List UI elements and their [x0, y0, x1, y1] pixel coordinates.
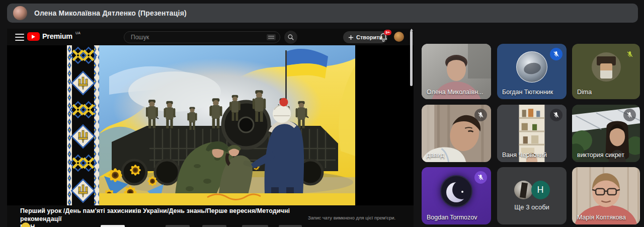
participant-tile-more-people[interactable]: Н Ще 3 особи	[497, 167, 567, 224]
scrollbar-thumb[interactable]	[410, 31, 413, 86]
notification-count-badge: 9+	[384, 30, 391, 35]
participant-name: Dima	[577, 89, 592, 96]
participant-tile-olena[interactable]: Олена Миколаївн...	[422, 44, 491, 99]
youtube-header: Premium UA Створити	[7, 29, 414, 46]
participant-name: Марія Коптякова	[577, 214, 626, 221]
chat-disabled-notice: Запис чату вимкнено для цієї прем'єри.	[308, 215, 395, 220]
mic-off-icon	[474, 109, 487, 121]
participant-tile-dima[interactable]: Dima	[572, 44, 640, 99]
video-title: Перший урок /День пам'яті захисників Укр…	[20, 207, 312, 227]
search-input[interactable]	[131, 34, 267, 41]
speaker-avatar	[13, 6, 27, 20]
mic-off-icon	[474, 171, 487, 184]
overflow-avatar-letter: Н	[531, 181, 550, 199]
mic-off-icon	[623, 109, 636, 121]
search-box[interactable]	[124, 31, 280, 43]
participant-tile-davyd[interactable]: давид	[422, 105, 491, 162]
more-people-label: Ще 3 особи	[514, 203, 549, 211]
search-icon	[287, 34, 294, 41]
participant-name: давид	[427, 152, 444, 159]
plus-icon	[348, 35, 354, 40]
youtube-account-avatar[interactable]	[394, 32, 404, 42]
speaker-title: Олена Миколаївна Дятленко (Презентація)	[34, 9, 187, 17]
menu-icon[interactable]	[15, 34, 24, 41]
participant-avatar	[592, 52, 621, 82]
action-button-partial[interactable]	[242, 225, 268, 227]
participant-tile-bogdan-tormozov[interactable]: Bogdan Tormozov	[422, 167, 491, 224]
participant-tile-maria-koptiakova[interactable]: Марія Коптякова	[572, 167, 640, 224]
video-player[interactable]	[7, 45, 414, 205]
action-button-partial[interactable]	[202, 225, 226, 227]
participant-name: Олена Миколаївн...	[427, 89, 484, 96]
search-button[interactable]	[284, 31, 297, 44]
keyboard-icon[interactable]	[267, 34, 276, 40]
youtube-premium-logo[interactable]: Premium UA	[27, 32, 80, 41]
youtube-country-badge: UA	[75, 31, 80, 35]
action-button-partial[interactable]	[279, 225, 302, 227]
participant-name: Богдан Тютюнник	[502, 89, 553, 96]
participant-tile-viktoria[interactable]: виктория сикрет	[572, 105, 640, 162]
youtube-brand-label: Premium	[42, 32, 72, 41]
mic-off-icon	[623, 48, 636, 60]
participant-name: Ваня Червоний	[502, 152, 547, 159]
participant-avatar	[516, 51, 547, 83]
overflow-avatar-photo	[514, 181, 533, 199]
video-frame-illustration	[99, 45, 355, 205]
action-button-partial[interactable]	[166, 225, 190, 227]
meet-window: Олена Миколаївна Дятленко (Презентація) …	[0, 0, 644, 227]
mic-off-icon	[550, 109, 562, 121]
presentation-speaker-bar[interactable]: Олена Миколаївна Дятленко (Презентація)	[7, 4, 638, 23]
embroidery-ornament	[67, 45, 99, 205]
participant-tile-bohdan-tiutiunnyk[interactable]: Богдан Тютюнник	[497, 44, 567, 99]
shared-screen-youtube[interactable]: Premium UA Створити	[7, 29, 414, 227]
youtube-play-icon	[27, 32, 40, 41]
subscribe-button-partial[interactable]	[101, 225, 125, 227]
mic-off-icon	[550, 48, 562, 60]
participant-name: виктория сикрет	[577, 152, 624, 159]
participant-tile-vania-chervonyi[interactable]: Ваня Червоний	[497, 105, 567, 162]
participant-name: Bogdan Tormozov	[427, 214, 477, 221]
participant-avatar	[440, 175, 472, 207]
